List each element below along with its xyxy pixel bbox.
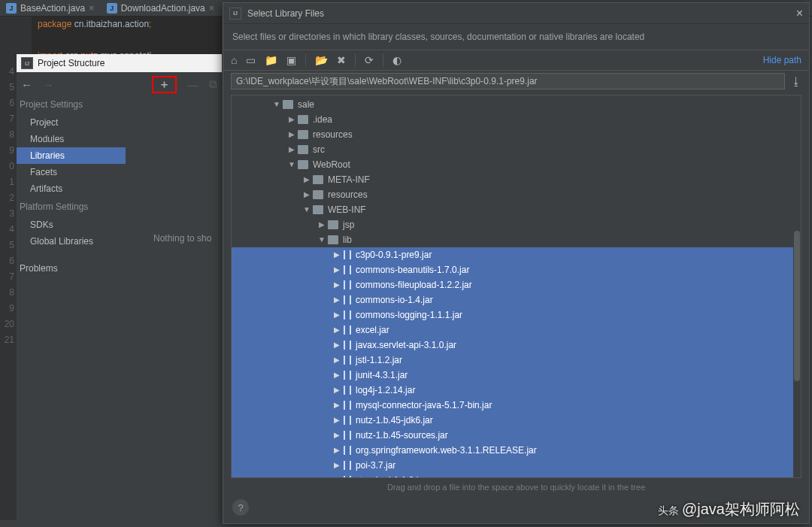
tree-jar-item[interactable]: ▶standard-1.1.2.jar <box>232 473 801 478</box>
folder-icon <box>328 220 338 229</box>
tree-jar-item[interactable]: ▶commons-logging-1.1.1.jar <box>232 307 801 323</box>
module-icon[interactable]: ▣ <box>286 54 296 66</box>
watermark: 头条 @java架构师阿松 <box>658 499 800 519</box>
tree-jar-item[interactable]: ▶commons-fileupload-1.2.2.jar <box>232 277 801 292</box>
desktop-icon[interactable]: ▭ <box>246 54 256 66</box>
sidebar-item-facets[interactable]: Facets <box>17 164 126 180</box>
tree-jar-item[interactable]: ▶log4j-1.2.14.jar <box>232 383 801 398</box>
jar-icon <box>344 280 351 289</box>
jar-icon <box>344 356 351 365</box>
tree-jar-item[interactable]: ▶poi-3.7.jar <box>232 458 801 473</box>
jar-icon <box>344 446 351 455</box>
jar-icon <box>344 295 351 304</box>
folder-icon <box>313 175 323 184</box>
sidebar-item-libraries[interactable]: Libraries <box>17 147 126 164</box>
sidebar-heading: Platform Settings <box>17 197 126 217</box>
dialog-title: Select Library Files <box>247 8 324 19</box>
sidebar-item-problems[interactable]: Problems <box>17 260 126 277</box>
jar-icon <box>344 461 351 470</box>
tab-label: DownloadAction.java <box>121 3 205 14</box>
tab-label: BaseAction.java <box>20 3 85 14</box>
jar-icon <box>344 386 351 395</box>
jar-icon <box>344 326 351 335</box>
path-row: ⭳ <box>223 71 809 92</box>
sidebar-item-modules[interactable]: Modules <box>17 131 126 147</box>
java-file-icon: J <box>107 3 117 14</box>
tree-jar-item[interactable]: ▶c3p0-0.9.1-pre9.jar <box>232 247 801 262</box>
folder-icon <box>328 235 338 244</box>
ps-toolbar: ← → ＋ — ⧉ <box>17 74 222 95</box>
hide-path-link[interactable]: Hide path <box>763 55 801 65</box>
tree-jar-item[interactable]: ▶commons-beanutils-1.7.0.jar <box>232 262 801 277</box>
scrollbar[interactable] <box>793 95 801 477</box>
ij-icon: IJ <box>21 57 33 69</box>
close-icon[interactable]: × <box>796 7 803 20</box>
copy-button[interactable]: ⧉ <box>209 77 217 91</box>
folder-icon <box>298 115 308 124</box>
dialog-toolbar: ⌂ ▭ 📁 ▣ 📂 ✖ ⟳ ◐ Hide path <box>223 50 809 71</box>
drop-hint: Drag and drop a file into the space abov… <box>223 478 809 493</box>
jar-icon <box>344 250 351 259</box>
dialog-subtitle: Select files or directories in which lib… <box>223 24 809 50</box>
tree-jar-item[interactable]: ▶nutz-1.b.45-jdk6.jar <box>232 413 801 428</box>
select-library-dialog: IJ Select Library Files × Select files o… <box>223 2 810 524</box>
forward-button[interactable]: → <box>43 78 54 91</box>
back-button[interactable]: ← <box>21 78 32 91</box>
path-input[interactable] <box>231 73 785 89</box>
close-icon[interactable]: × <box>209 2 215 14</box>
sidebar-item-project[interactable]: Project <box>17 114 126 131</box>
tree-jar-item[interactable]: ▶javax.servlet-api-3.1.0.jar <box>232 338 801 353</box>
folder-icon <box>298 130 308 139</box>
add-highlight: ＋ <box>152 76 177 93</box>
add-button[interactable]: ＋ <box>156 77 172 90</box>
tree-jar-item[interactable]: ▶org.springframework.web-3.1.1.RELEASE.j… <box>232 443 801 458</box>
tree-jar-item[interactable]: ▶excel.jar <box>232 323 801 338</box>
project-icon[interactable]: 📁 <box>265 54 277 66</box>
show-hidden-icon[interactable]: ◐ <box>392 54 401 66</box>
jar-icon <box>344 416 351 425</box>
new-folder-icon[interactable]: 📂 <box>315 54 328 66</box>
ij-icon: IJ <box>229 8 241 20</box>
home-icon[interactable]: ⌂ <box>231 54 237 66</box>
tree-jar-item[interactable]: ▶junit-4.3.1.jar <box>232 368 801 383</box>
empty-state: Nothing to sho <box>153 233 211 244</box>
sidebar-item-artifacts[interactable]: Artifacts <box>17 180 126 197</box>
tree-jar-item[interactable]: ▶commons-io-1.4.jar <box>232 292 801 307</box>
jar-icon <box>344 371 351 380</box>
settings-sidebar: Project Settings Project Modules Librari… <box>17 95 126 277</box>
tree-jar-item[interactable]: ▶jstl-1.1.2.jar <box>232 353 801 368</box>
tree-jar-item[interactable]: ▶nutz-1.b.45-sources.jar <box>232 428 801 443</box>
delete-icon[interactable]: ✖ <box>337 54 346 66</box>
jar-icon <box>344 265 351 274</box>
jar-icon <box>344 401 351 410</box>
gutter: 123 456 789 012 345 678 92021 <box>0 17 17 520</box>
jar-icon <box>344 431 351 440</box>
folder-icon <box>298 145 308 154</box>
sidebar-item-global-libraries[interactable]: Global Libraries <box>17 233 126 250</box>
editor-tab[interactable]: J DownloadAction.java × <box>101 0 221 17</box>
folder-icon <box>298 160 308 169</box>
jar-icon <box>344 476 351 478</box>
sidebar-heading: Project Settings <box>17 95 126 114</box>
remove-button[interactable]: — <box>187 78 198 91</box>
tree-jar-item[interactable]: ▶mysql-connector-java-5.1.7-bin.jar <box>232 398 801 413</box>
jar-icon <box>344 310 351 320</box>
folder-icon <box>283 100 293 109</box>
folder-icon <box>313 205 323 214</box>
sidebar-item-sdks[interactable]: SDKs <box>17 217 126 233</box>
jar-icon <box>344 341 351 350</box>
file-tree[interactable]: ▼sale ▶.idea ▶resources ▶src ▼WebRoot ▶M… <box>231 95 801 478</box>
help-button[interactable]: ? <box>232 499 249 516</box>
refresh-icon[interactable]: ⟳ <box>365 54 374 66</box>
project-structure-title: IJ Project Structure <box>17 54 222 72</box>
close-icon[interactable]: × <box>89 2 95 14</box>
java-file-icon: J <box>6 3 17 14</box>
editor-tab[interactable]: J BaseAction.java × <box>0 0 101 17</box>
history-icon[interactable]: ⭳ <box>791 75 801 87</box>
folder-icon <box>313 190 323 199</box>
dialog-titlebar: IJ Select Library Files × <box>223 3 809 24</box>
